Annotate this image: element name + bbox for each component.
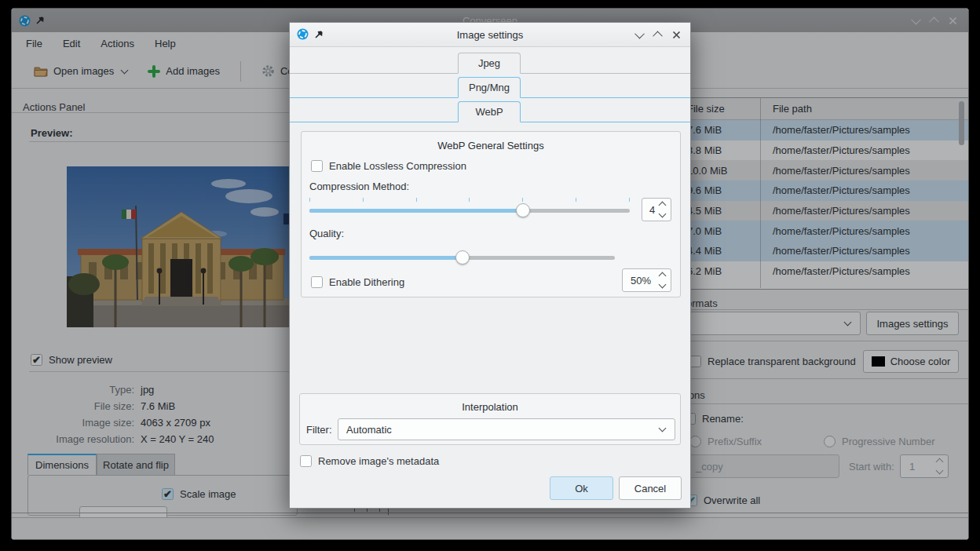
file-table-rows: 7.6 MiB/home/faster/Pictures/samples3.8 …	[681, 120, 969, 282]
ok-button[interactable]: Ok	[550, 476, 613, 500]
menu-file[interactable]: File	[26, 38, 42, 49]
replace-background-label: Replace transparent background	[708, 356, 856, 367]
table-row[interactable]: 3.8 MiB/home/faster/Pictures/samples	[681, 140, 969, 161]
menu-edit[interactable]: Edit	[63, 38, 80, 49]
column-separator	[760, 98, 761, 288]
cancel-button[interactable]: Cancel	[619, 476, 682, 500]
minimize-icon[interactable]	[636, 29, 643, 41]
dithering-label: Enable Dithering	[329, 276, 404, 288]
table-row[interactable]: 6.2 MiB/home/faster/Pictures/samples	[681, 261, 969, 282]
preview-image	[67, 166, 296, 327]
spin-up-icon[interactable]	[936, 458, 944, 466]
webp-settings-groupbox: WebP General Settings ✔ Enable Lossless …	[301, 131, 681, 297]
table-row[interactable]: 4.4 MiB/home/faster/Pictures/samples	[681, 241, 969, 261]
maximize-icon[interactable]	[931, 15, 938, 27]
table-row[interactable]: 7.6 MiB/home/faster/Pictures/samples	[681, 120, 969, 140]
filter-combobox[interactable]: Automatic	[338, 418, 675, 440]
choose-color-button[interactable]: Choose color	[863, 350, 959, 373]
filter-value: Automatic	[346, 424, 392, 436]
quality-slider[interactable]	[309, 250, 615, 265]
prefix-suffix-radio[interactable]: Prefix/Suffix	[689, 436, 762, 447]
divider	[29, 371, 290, 372]
webp-group-title: WebP General Settings	[302, 140, 680, 151]
table-header[interactable]: File size File path	[681, 98, 969, 120]
quality-spinbox[interactable]: 50%	[622, 268, 671, 292]
open-images-button[interactable]: Open images	[29, 61, 132, 82]
divider	[680, 378, 969, 379]
format-combobox[interactable]	[664, 312, 861, 335]
overwrite-all-label: Overwrite all	[704, 494, 760, 506]
divider	[12, 513, 968, 513]
add-images-label: Add images	[166, 65, 220, 77]
table-scrollbar[interactable]	[959, 101, 964, 145]
spin-up-icon[interactable]	[659, 272, 667, 280]
close-icon[interactable]	[949, 16, 957, 25]
tick	[388, 508, 389, 515]
minimize-icon[interactable]	[912, 15, 920, 27]
table-row[interactable]: 4.5 MiB/home/faster/Pictures/samples	[681, 201, 969, 221]
compression-method-label: Compression Method:	[309, 181, 409, 192]
spin-down-icon[interactable]	[936, 467, 944, 475]
replace-background-checkbox[interactable]: ✔ Replace transparent background	[689, 356, 856, 367]
tab-jpeg[interactable]: Jpeg	[458, 53, 521, 74]
table-row[interactable]: 9.6 MiB/home/faster/Pictures/samples	[681, 181, 969, 201]
quality-slider-fill	[309, 256, 463, 260]
image-settings-dialog: Image settings Jpeg Png/Mng WebP WebP Ge…	[289, 22, 691, 509]
quality-slider-handle[interactable]	[455, 250, 470, 265]
spin-up-icon[interactable]	[659, 202, 667, 210]
show-preview-checkbox[interactable]: ✔ Show preview	[31, 354, 112, 366]
divider	[12, 112, 290, 113]
lossless-compression-label: Enable Lossless Compression	[329, 160, 466, 172]
spin-down-icon[interactable]	[659, 210, 667, 218]
tab-png-mng[interactable]: Png/Mng	[458, 77, 521, 98]
dialog-title: Image settings	[290, 29, 690, 41]
color-swatch	[872, 356, 885, 367]
rename-checkbox[interactable]: ✔ Rename:	[684, 413, 744, 425]
remove-metadata-checkbox[interactable]: ✔ Remove image's metadata	[300, 455, 439, 467]
compression-slider-fill	[309, 209, 523, 213]
dialog-titlebar: Image settings	[290, 23, 690, 47]
compression-slider-handle[interactable]	[516, 203, 530, 217]
chevron-down-icon	[121, 66, 129, 74]
column-file-path[interactable]: File path	[763, 103, 812, 115]
convert-gear-icon	[261, 64, 275, 78]
info-file-size: File size:7.6 MiB	[20, 400, 279, 412]
tab-row-pngmng: Png/Mng	[290, 74, 690, 98]
file-table: File size File path 7.6 MiB/home/faster/…	[680, 97, 969, 290]
menu-actions[interactable]: Actions	[101, 38, 134, 49]
compression-method-slider[interactable]	[309, 203, 630, 218]
tab-rotate-and-flip[interactable]: Rotate and flip	[97, 454, 175, 475]
info-resolution: Image resolution:X = 240 Y = 240	[20, 433, 279, 445]
scale-image-checkbox[interactable]: ✔ Scale image	[162, 488, 236, 500]
spin-down-icon[interactable]	[659, 281, 667, 289]
lossless-compression-checkbox[interactable]: ✔ Enable Lossless Compression	[311, 160, 466, 172]
info-image-size: Image size:4063 x 2709 px	[20, 417, 279, 429]
table-row[interactable]: 10.0 MiB/home/faster/Pictures/samples	[681, 160, 969, 181]
overwrite-all-checkbox[interactable]: ✔ Overwrite all	[686, 494, 760, 506]
column-file-size[interactable]: File size	[681, 103, 763, 115]
start-with-label: Start with:	[849, 461, 894, 473]
radio-icon	[689, 436, 701, 447]
images-settings-button[interactable]: Images settings	[866, 312, 959, 335]
interpolation-groupbox: Interpolation Filter: Automatic	[299, 393, 681, 445]
statusbar	[12, 517, 968, 540]
maximize-icon[interactable]	[654, 29, 661, 41]
tab-dimensions[interactable]: Dimensions	[27, 454, 97, 475]
compression-method-spinbox[interactable]: 4	[642, 198, 671, 221]
table-row[interactable]: 7.0 MiB/home/faster/Pictures/samples	[681, 221, 969, 241]
start-with-spinbox[interactable]: 1	[900, 454, 949, 478]
preview-label: Preview:	[31, 127, 72, 139]
info-type: Type:jpg	[20, 384, 279, 396]
tab-webp[interactable]: WebP	[458, 101, 521, 122]
add-images-button[interactable]: Add images	[143, 61, 225, 82]
menu-help[interactable]: Help	[155, 38, 176, 49]
toolbar-separator	[240, 61, 241, 82]
divider	[680, 309, 969, 310]
close-icon[interactable]	[672, 31, 681, 39]
dithering-checkbox[interactable]: ✔ Enable Dithering	[311, 276, 404, 288]
show-preview-label: Show preview	[49, 354, 112, 366]
radio-icon	[824, 436, 836, 447]
progressive-number-radio[interactable]: Progressive Number	[824, 436, 935, 447]
folder-open-icon	[34, 65, 48, 78]
divider	[680, 403, 969, 404]
